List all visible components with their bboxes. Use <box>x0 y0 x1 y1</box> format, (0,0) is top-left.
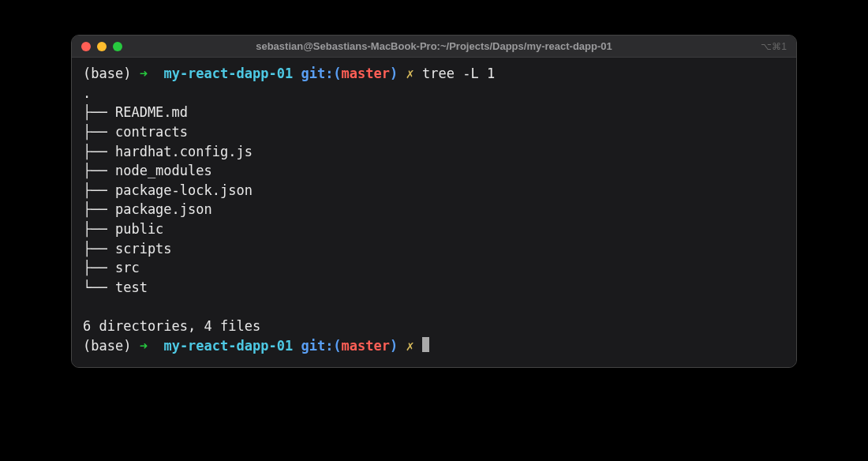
tree-line: ├── package.json <box>83 200 785 219</box>
shortcut-hint: ⌥⌘1 <box>761 41 787 52</box>
command-text: tree -L 1 <box>422 66 495 81</box>
window-title: sebastian@Sebastians-MacBook-Pro:~/Proje… <box>72 40 796 52</box>
tree-line: ├── package-lock.json <box>83 181 785 201</box>
git-label-close: ) <box>390 338 398 354</box>
env-label: (base) <box>83 338 131 354</box>
dirty-icon: ✗ <box>406 66 414 81</box>
git-branch: master <box>342 66 390 81</box>
tree-line: ├── contracts <box>83 122 785 142</box>
maximize-icon[interactable] <box>113 42 122 51</box>
prompt-line-1: (base) ➜ my-react-dapp-01 git:(master) ✗… <box>83 64 785 84</box>
tree-line: ├── README.md <box>83 103 785 122</box>
tree-root: . <box>83 84 785 103</box>
git-label: git:( <box>301 66 341 81</box>
blank-line <box>83 298 785 317</box>
tree-line: ├── src <box>83 258 785 278</box>
tree-line: ├── public <box>83 219 785 239</box>
git-label: git:( <box>301 338 341 354</box>
traffic-lights <box>72 42 122 51</box>
tree-line: ├── scripts <box>83 239 785 259</box>
prompt-dir: my-react-dapp-01 <box>163 338 293 354</box>
prompt-dir: my-react-dapp-01 <box>163 66 293 81</box>
terminal-window: sebastian@Sebastians-MacBook-Pro:~/Proje… <box>71 35 797 368</box>
prompt-arrow-icon: ➜ <box>140 66 148 81</box>
cursor-icon[interactable] <box>422 337 429 352</box>
dirty-icon: ✗ <box>406 338 414 354</box>
git-label-close: ) <box>390 66 398 81</box>
tree-line: ├── hardhat.config.js <box>83 142 785 162</box>
tree-summary: 6 directories, 4 files <box>83 317 785 336</box>
minimize-icon[interactable] <box>97 42 107 51</box>
git-branch: master <box>342 338 390 354</box>
tree-line: ├── node_modules <box>83 161 785 181</box>
tree-line: └── test <box>83 278 785 298</box>
titlebar: sebastian@Sebastians-MacBook-Pro:~/Proje… <box>72 36 796 58</box>
prompt-arrow-icon: ➜ <box>140 338 148 354</box>
prompt-line-2: (base) ➜ my-react-dapp-01 git:(master) ✗ <box>83 336 785 356</box>
terminal-body[interactable]: (base) ➜ my-react-dapp-01 git:(master) ✗… <box>72 58 796 367</box>
env-label: (base) <box>83 66 131 81</box>
close-icon[interactable] <box>81 42 91 51</box>
